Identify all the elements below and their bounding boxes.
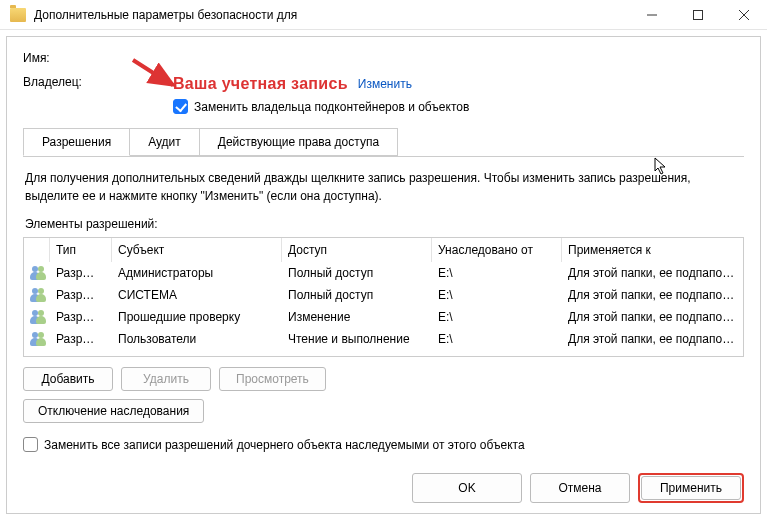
table-header: Тип Субъект Доступ Унаследовано от Приме…: [24, 238, 743, 262]
cell-inherited: E:\: [432, 307, 562, 327]
th-inherited[interactable]: Унаследовано от: [432, 238, 562, 262]
description-text: Для получения дополнительных сведений дв…: [25, 169, 742, 205]
th-type[interactable]: Тип: [50, 238, 112, 262]
cell-applies: Для этой папки, ее подпапок …: [562, 285, 743, 305]
main-panel: Имя: Владелец: Ваша учетная запись Измен…: [6, 36, 761, 514]
cursor-icon: [654, 157, 670, 177]
titlebar: Дополнительные параметры безопасности дл…: [0, 0, 767, 30]
cell-access: Чтение и выполнение: [282, 329, 432, 349]
cell-type: Разр…: [50, 329, 112, 349]
tab-label: Действующие права доступа: [218, 135, 379, 149]
replace-all-checkbox[interactable]: [23, 437, 38, 452]
cell-applies: Для этой папки, ее подпапок …: [562, 263, 743, 283]
th-applies[interactable]: Применяется к: [562, 238, 743, 262]
cell-type: Разр…: [50, 307, 112, 327]
window-title: Дополнительные параметры безопасности дл…: [34, 8, 297, 22]
cell-applies: Для этой папки, ее подпапок …: [562, 329, 743, 349]
tab-label: Разрешения: [42, 135, 111, 149]
minimize-button[interactable]: [629, 0, 675, 30]
replace-owner-label: Заменить владельца подконтейнеров и объе…: [194, 100, 469, 114]
ok-button[interactable]: OK: [412, 473, 522, 503]
cell-access: Полный доступ: [282, 263, 432, 283]
cell-inherited: E:\: [432, 263, 562, 283]
replace-owner-checkbox[interactable]: [173, 99, 188, 114]
disable-inheritance-button[interactable]: Отключение наследования: [23, 399, 204, 423]
elements-heading: Элементы разрешений:: [25, 217, 742, 231]
name-label: Имя:: [23, 51, 50, 65]
users-icon: [30, 266, 48, 280]
close-button[interactable]: [721, 0, 767, 30]
tabs: Разрешения Аудит Действующие права досту…: [23, 128, 744, 157]
apply-button[interactable]: Применить: [641, 476, 741, 500]
permissions-table: Тип Субъект Доступ Унаследовано от Приме…: [23, 237, 744, 357]
tab-audit[interactable]: Аудит: [129, 128, 200, 156]
table-row[interactable]: Разр…ПользователиЧтение и выполнениеE:\Д…: [24, 328, 743, 350]
tab-label: Аудит: [148, 135, 181, 149]
cell-access: Изменение: [282, 307, 432, 327]
users-icon: [30, 310, 48, 324]
cell-applies: Для этой папки, ее подпапок …: [562, 307, 743, 327]
arrow-annotation-icon: [128, 55, 188, 95]
tab-effective-access[interactable]: Действующие права доступа: [199, 128, 398, 156]
apply-button-highlight: Применить: [638, 473, 744, 503]
cell-type: Разр…: [50, 285, 112, 305]
cell-subject: СИСТЕМА: [112, 285, 282, 305]
th-access[interactable]: Доступ: [282, 238, 432, 262]
cell-inherited: E:\: [432, 285, 562, 305]
delete-button[interactable]: Удалить: [121, 367, 211, 391]
view-button[interactable]: Просмотреть: [219, 367, 326, 391]
cell-subject: Администраторы: [112, 263, 282, 283]
add-button[interactable]: Добавить: [23, 367, 113, 391]
tab-permissions[interactable]: Разрешения: [23, 128, 130, 156]
replace-all-label: Заменить все записи разрешений дочернего…: [44, 438, 525, 452]
folder-icon: [10, 8, 26, 22]
cell-inherited: E:\: [432, 329, 562, 349]
cell-subject: Прошедшие проверку: [112, 307, 282, 327]
cell-subject: Пользователи: [112, 329, 282, 349]
maximize-button[interactable]: [675, 0, 721, 30]
users-icon: [30, 288, 48, 302]
cell-access: Полный доступ: [282, 285, 432, 305]
change-owner-link[interactable]: Изменить: [358, 77, 412, 91]
table-row[interactable]: Разр…Прошедшие проверкуИзменениеE:\Для э…: [24, 306, 743, 328]
table-row[interactable]: Разр…СИСТЕМАПолный доступE:\Для этой пап…: [24, 284, 743, 306]
users-icon: [30, 332, 48, 346]
table-row[interactable]: Разр…АдминистраторыПолный доступE:\Для э…: [24, 262, 743, 284]
cancel-button[interactable]: Отмена: [530, 473, 630, 503]
cell-type: Разр…: [50, 263, 112, 283]
owner-annotation: Ваша учетная запись: [173, 75, 348, 93]
th-subject[interactable]: Субъект: [112, 238, 282, 262]
svg-rect-1: [694, 10, 703, 19]
